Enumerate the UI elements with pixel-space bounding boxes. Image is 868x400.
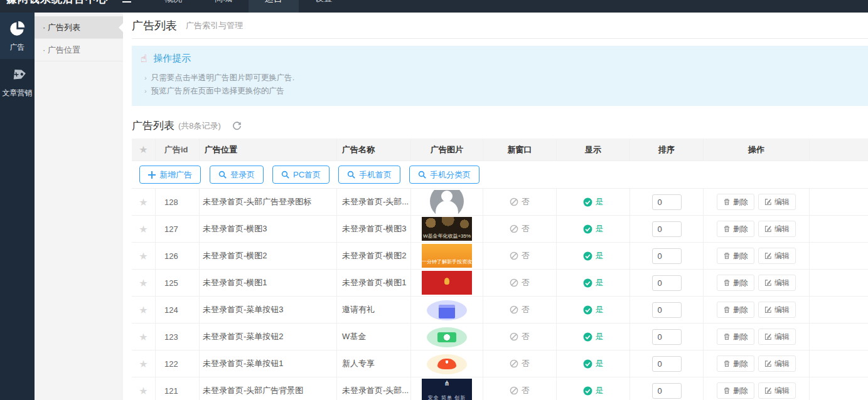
filter-login-page-button[interactable]: 登录页 [210,166,264,184]
sidebar-item-ad-position[interactable]: · 广告位置 [35,39,123,61]
ad-name: 未登录首页-横图1 [337,270,411,296]
delete-button[interactable]: 删除 [717,275,754,291]
visible-value: 是 [596,250,604,261]
ad-image-cell: 一分钟了解新手投资攻略 [411,243,483,269]
delete-button[interactable]: 删除 [717,355,754,372]
row-star-cell: ★ [132,216,156,242]
edit-button[interactable]: 编辑 [758,275,796,291]
sort-input[interactable] [652,221,682,237]
header-new-window: 新窗口 [483,139,557,161]
page-header: 广告列表 广告索引与管理 [132,13,868,39]
top-menu-item-4[interactable]: 设置 [299,0,349,13]
star-icon[interactable]: ★ [139,331,147,343]
star-icon[interactable]: ★ [139,358,147,370]
caret-icon: › [144,71,147,85]
star-icon[interactable]: ★ [139,250,147,262]
table-row: ★ 128 未登录首页-头部广告登录图标 未登录首页-头部... 否 是 [132,189,868,216]
prohibit-icon [510,278,518,287]
top-menu-item-1[interactable]: 概况 [148,0,198,13]
visible-value: 是 [596,385,604,396]
star-icon[interactable]: ★ [139,277,147,289]
ad-image-thumbnail[interactable] [422,190,472,214]
edit-button[interactable]: 编辑 [758,302,796,318]
tip-text: 只需要点击半透明广告图片即可更换广告. [151,71,294,85]
ad-image-thumbnail[interactable] [422,298,472,322]
actions-cell: 删除 编辑 [704,243,810,269]
menu-icon[interactable] [122,0,132,3]
ad-position: 未登录首页-菜单按钮2 [200,324,337,350]
actions-cell: 删除 编辑 [704,216,810,242]
sort-input[interactable] [652,194,682,210]
table-body: ★ 128 未登录首页-头部广告登录图标 未登录首页-头部... 否 是 [132,189,868,400]
delete-button[interactable]: 删除 [717,248,754,264]
empty-cell [810,324,868,350]
ad-image-thumbnail[interactable]: 一分钟了解新手投资攻略 [422,244,472,268]
delete-button[interactable]: 删除 [717,329,754,345]
delete-button[interactable]: 删除 [717,382,754,399]
ad-image-thumbnail[interactable] [422,325,472,349]
ad-image-cell: W基金年化收益+35% [411,216,483,242]
top-menu-item-2[interactable]: 商城 [198,0,249,13]
new-window-value: 否 [522,277,530,288]
ad-id: 128 [156,189,200,215]
main-content: 广告列表 广告索引与管理 ☝ 操作提示 ›只需要点击半透明广告图片即可更换广告.… [123,13,868,400]
refresh-icon[interactable] [232,121,242,130]
filter-mobile-category-button[interactable]: 手机分类页 [409,166,480,184]
delete-button[interactable]: 删除 [717,194,754,210]
sort-input[interactable] [652,356,682,372]
sidebar-item-ad-list[interactable]: · 广告列表 [35,16,123,39]
add-ad-label: 新增广告 [159,169,192,181]
new-window-cell: 否 [483,324,557,350]
edit-button[interactable]: 编辑 [758,194,796,210]
sort-input[interactable] [652,329,682,345]
star-icon[interactable]: ★ [139,304,147,316]
star-icon[interactable]: ★ [139,196,147,208]
table-row: ★ 121 未登录首页-头部广告背景图 未登录首页-头部... 安全 简单 创新… [132,377,868,400]
star-icon[interactable]: ★ [139,223,147,235]
edit-label: 编辑 [774,197,790,208]
rail-item-article-marketing[interactable]: 文章营销 [0,59,35,105]
row-star-cell: ★ [132,270,156,296]
brand-title: 赚闲钱系统后台中心 [6,0,108,6]
edit-button[interactable]: 编辑 [758,221,796,237]
ad-image-cell [411,189,483,215]
ad-id: 121 [156,377,200,400]
sort-input[interactable] [652,248,682,264]
ad-image-thumbnail[interactable] [422,352,472,376]
visible-cell: 是 [557,216,630,242]
prohibit-icon [510,224,518,233]
edit-button[interactable]: 编辑 [758,355,796,372]
delete-button[interactable]: 删除 [717,221,754,237]
filter-mobile-home-button[interactable]: 手机首页 [338,166,400,184]
table-row: ★ 126 未登录首页-横图2 未登录首页-横图2 一分钟了解新手投资攻略 否 … [132,243,868,270]
delete-button[interactable]: 删除 [717,302,754,318]
check-circle-icon [583,251,592,261]
delete-label: 删除 [733,332,748,342]
sort-input[interactable] [652,275,682,291]
header-visible: 显示 [557,139,630,161]
visible-value: 是 [596,331,604,342]
sort-input[interactable] [652,383,682,399]
actions-cell: 删除 编辑 [704,350,810,377]
edit-label: 编辑 [774,332,790,342]
top-menu-item-3-active[interactable]: 运营 [249,0,299,13]
rail-item-ads[interactable]: 广告 [0,13,35,59]
filter-pc-home-button[interactable]: PC首页 [272,166,330,184]
sort-cell [630,350,704,377]
ad-id: 124 [156,297,200,323]
edit-button[interactable]: 编辑 [758,248,796,264]
prohibit-icon [510,332,518,341]
ad-image-thumbnail[interactable]: 安全 简单 创新 [422,379,472,400]
add-ad-button[interactable]: 新增广告 [139,166,201,184]
pie-chart-icon [0,20,35,39]
tip-item: ›只需要点击半透明广告图片即可更换广告. [141,71,855,85]
sort-input[interactable] [652,302,682,318]
ad-image-thumbnail[interactable]: W基金年化收益+35% [422,217,472,241]
edit-button[interactable]: 编辑 [758,382,796,399]
sort-cell [630,216,704,242]
check-circle-icon [583,305,592,315]
star-icon[interactable]: ★ [139,385,147,397]
ad-image-thumbnail[interactable] [422,271,472,295]
edit-button[interactable]: 编辑 [758,329,796,345]
empty-cell [810,243,868,269]
